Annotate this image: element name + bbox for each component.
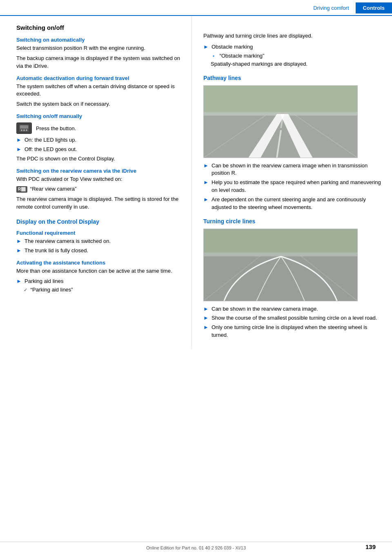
bullet-turning-one-line: ► Only one turning circle line is displa… — [203, 324, 382, 339]
bullet-pathway-rearview: ► Can be shown in the rearview camera im… — [203, 162, 382, 178]
press-button-label: Press the button. — [36, 125, 76, 131]
bullet-trunk-closed: ► The trunk lid is fully closed. — [16, 247, 182, 255]
arrow-icon-1: ► — [16, 137, 22, 143]
led-on-text: On: the LED lights up. — [24, 136, 76, 144]
page-footer: Online Edition for Part no. 01 40 2 926 … — [0, 542, 392, 550]
page-content: Switching on/off Switching on automatica… — [0, 16, 392, 349]
manual-switch-icon-row: Press the button. — [16, 122, 76, 134]
obstacle-sub-text: “Obstacle marking” — [220, 53, 265, 59]
r-icon: R⬜ — [16, 186, 27, 193]
bullet-turning-course: ► Show the course of the smallest possib… — [203, 314, 382, 322]
pathway-lines-image — [203, 85, 358, 158]
para-pathway-turning: Pathway and turning circle lines are dis… — [203, 32, 382, 40]
section-turning-circle: Turning circle lines — [203, 218, 382, 225]
pathway-steering-text: Are dependent on the current steering an… — [212, 196, 382, 211]
turning-one-line-text: Only one turning circle line is displaye… — [212, 324, 382, 339]
svg-rect-16 — [204, 229, 357, 254]
arrow-icon-7: ► — [203, 162, 209, 169]
bullet-rearview-on: ► The rearview camera is switched on. — [16, 238, 182, 245]
trunk-closed-text: The trunk lid is fully closed. — [24, 247, 88, 255]
right-column: Pathway and turning circle lines are dis… — [192, 16, 392, 349]
page-header: Driving comfort Controls — [0, 0, 392, 16]
left-column: Switching on/off Switching on automatica… — [0, 16, 192, 349]
parking-aid-sub-icon: ✓ — [24, 287, 27, 292]
arrow-icon-10: ► — [203, 306, 209, 312]
arrow-icon-4: ► — [16, 247, 22, 254]
para-spatially-shaped: Spatially-shaped markings are displayed. — [211, 60, 382, 68]
para-select-transmission: Select transmission position R with the … — [16, 44, 182, 52]
bullet-pathway-estimate: ► Help you to estimate the space require… — [203, 179, 382, 194]
turning-circle-image — [203, 229, 358, 301]
pathway-rearview-text: Can be shown in the rearview camera imag… — [212, 162, 382, 178]
section-manual-switch: Switching on/off manually — [16, 113, 182, 119]
rear-view-camera-label: “Rear view camera” — [30, 186, 76, 192]
section-pathway-lines: Pathway lines — [203, 75, 382, 81]
para-backup-camera: The backup camera image is displayed if … — [16, 55, 182, 70]
section-activating-assistance: Activating the assistance functions — [16, 260, 182, 266]
sub-bullet-parking-aid: ✓ “Parking aid lines” — [24, 287, 182, 293]
section-rearview-idrive: Switching on the rearview camera via the… — [16, 168, 182, 174]
led-off-text: Off: the LED goes out. — [24, 146, 77, 153]
parking-aid-text: Parking aid lines — [24, 278, 63, 285]
svg-point-3 — [23, 129, 25, 131]
bullet-turning-rearview: ► Can be shown in the rearview camera im… — [203, 305, 382, 313]
bullet-pathway-steering: ► Are dependent on the current steering … — [203, 196, 382, 211]
main-title: Switching on/off — [16, 24, 182, 31]
arrow-icon-3: ► — [16, 238, 22, 244]
footer-text: Online Edition for Part no. 01 40 2 926 … — [146, 545, 246, 550]
header-controls: Controls — [356, 2, 392, 13]
pdc-button-icon[interactable] — [16, 122, 32, 134]
arrow-icon-9: ► — [203, 196, 209, 202]
section-display-control: Display on the Control Display — [16, 218, 182, 225]
arrow-icon-11: ► — [203, 315, 209, 321]
arrow-icon-6: ► — [203, 44, 209, 50]
section-auto-deactivation: Automatic deactivation during forward tr… — [16, 75, 182, 81]
para-system-switches: The system switches off when a certain d… — [16, 83, 182, 98]
header-driving-comfort: Driving comfort — [313, 5, 355, 11]
arrow-icon-12: ► — [203, 324, 209, 330]
bullet-obstacle-marking: ► Obstacle marking — [203, 43, 382, 51]
arrow-icon-8: ► — [203, 179, 209, 185]
para-switch-back: Switch the system back on if necessary. — [16, 100, 182, 108]
turning-rearview-text: Can be shown in the rearview camera imag… — [212, 305, 318, 313]
bullet-parking-aid: ► Parking aid lines — [16, 278, 182, 285]
arrow-icon-5: ► — [16, 278, 22, 284]
section-switching-on-automatically: Switching on automatically — [16, 37, 182, 43]
para-more-than-one: More than one assistance function can be… — [16, 267, 182, 275]
page-number: 139 — [365, 543, 376, 550]
svg-point-2 — [21, 129, 22, 131]
turning-course-text: Show the course of the smallest possible… — [212, 314, 377, 322]
para-pdc-activated: With PDC activated or Top View switched … — [16, 176, 182, 183]
bullet-led-on: ► On: the LED lights up. — [16, 136, 182, 144]
pdc-control-display: The PDC is shown on the Control Display. — [16, 155, 182, 163]
para-camera-image-displayed: The rearview camera image is displayed. … — [16, 196, 182, 211]
svg-point-4 — [26, 129, 27, 131]
rearview-on-text: The rearview camera is switched on. — [24, 238, 111, 245]
sub-bullet-obstacle: 🔹 “Obstacle marking” — [211, 53, 382, 59]
obstacle-marking-title: Obstacle marking — [212, 43, 253, 51]
bullet-led-off: ► Off: the LED goes out. — [16, 146, 182, 153]
para-rear-view-camera: R⬜ “Rear view camera” — [16, 185, 182, 193]
svg-rect-1 — [20, 125, 28, 129]
parking-aid-sub-text: “Parking aid lines” — [31, 287, 73, 293]
svg-rect-8 — [204, 86, 357, 112]
arrow-icon-2: ► — [16, 146, 22, 152]
obstacle-sub-icon: 🔹 — [211, 53, 216, 58]
section-functional-req: Functional requirement — [16, 230, 182, 236]
pathway-estimate-text: Help you to estimate the space required … — [212, 179, 382, 194]
